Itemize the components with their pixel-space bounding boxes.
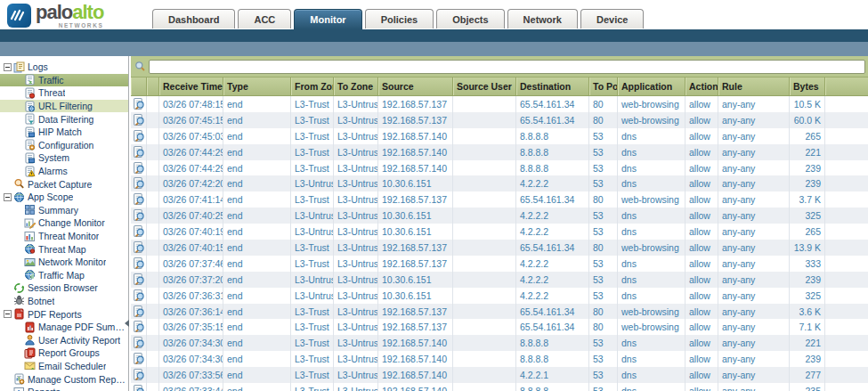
log-detail-magnifier-icon[interactable] (133, 241, 145, 254)
sidebar-item-email-scheduler[interactable]: Email Scheduler (0, 360, 128, 373)
sidebar-item-traffic-map[interactable]: Traffic Map (0, 269, 128, 282)
column-header-source-user[interactable]: Source User (453, 77, 516, 95)
sidebar-item-session-browser[interactable]: Session Browser (0, 281, 128, 295)
table-row[interactable]: 03/26 07:44:29endL3-TrustL3-Untrust192.1… (131, 160, 868, 176)
table-row[interactable]: 03/26 07:37:20endL3-UntrustL3-Untrust10.… (131, 272, 868, 288)
sidebar-item-network-monitor[interactable]: Network Monitor (0, 256, 128, 269)
table-row[interactable]: 03/26 07:36:14endL3-TrustL3-Untrust192.1… (131, 304, 868, 320)
column-header-to-port[interactable]: To Port (589, 77, 618, 95)
sidebar-item-traffic[interactable]: Traffic (0, 74, 128, 87)
sidebar-collapse-handle[interactable] (125, 320, 129, 327)
table-row[interactable]: 03/26 07:40:25endL3-UntrustL3-Untrust10.… (131, 208, 868, 224)
table-row[interactable]: 03/26 07:34:30endL3-TrustL3-Untrust192.1… (131, 351, 868, 367)
sidebar-item-manage-pdf-summary[interactable]: Manage PDF Summary (0, 321, 128, 334)
sidebar-item-user-activity-report[interactable]: User Activity Report (0, 333, 128, 346)
table-row[interactable]: 03/26 07:41:14endL3-TrustL3-Untrust192.1… (131, 191, 868, 208)
log-detail-magnifier-icon[interactable] (133, 321, 145, 333)
tab-monitor[interactable]: Monitor (294, 9, 361, 29)
column-header-from-zone[interactable]: From Zone (291, 77, 334, 95)
sidebar-item-app-scope[interactable]: App Scope (0, 191, 128, 204)
cell-source: 192.168.57.140 (378, 144, 453, 160)
sidebar-item-summary[interactable]: Summary (0, 204, 128, 217)
sidebar-item-label: Manage PDF Summary (38, 322, 128, 332)
log-detail-magnifier-icon[interactable] (133, 385, 145, 391)
sidebar-item-threat-map[interactable]: Threat Map (0, 242, 128, 256)
table-row[interactable]: 03/26 07:33:56endL3-TrustL3-Untrust192.1… (131, 367, 868, 383)
table-row[interactable]: 03/26 07:37:46endL3-TrustL3-Untrust192.1… (131, 256, 868, 272)
sidebar-item-botnet[interactable]: Botnet (0, 295, 128, 308)
log-filter-bar (131, 56, 868, 77)
tab-device[interactable]: Device (580, 9, 644, 29)
sidebar-item-report-groups[interactable]: Report Groups (0, 346, 128, 360)
table-row[interactable]: 03/26 07:35:15endL3-TrustL3-Untrust192.1… (131, 319, 868, 335)
table-row[interactable]: 03/26 07:44:29endL3-TrustL3-Untrust192.1… (131, 144, 868, 160)
log-detail-magnifier-icon[interactable] (133, 98, 145, 110)
tab-objects[interactable]: Objects (436, 9, 504, 29)
log-detail-magnifier-icon[interactable] (133, 289, 145, 302)
log-detail-magnifier-icon[interactable] (133, 209, 145, 222)
tab-dashboard[interactable]: Dashboard (152, 9, 235, 29)
table-row[interactable]: 03/26 07:48:15endL3-TrustL3-Untrust192.1… (131, 96, 868, 112)
table-row[interactable]: 03/26 07:40:15endL3-TrustL3-Untrust192.1… (131, 240, 868, 256)
log-detail-magnifier-icon[interactable] (133, 369, 145, 381)
log-detail-magnifier-icon[interactable] (133, 305, 145, 318)
sidebar-item-configuration[interactable]: Configuration (0, 139, 128, 152)
sidebar-item-data-filtering[interactable]: Data Filtering (0, 112, 128, 126)
table-row[interactable]: 03/26 07:33:44endL3-TrustL3-Untrust192.1… (131, 383, 868, 391)
log-detail-magnifier-icon[interactable] (133, 146, 145, 159)
tree-expander-icon[interactable] (4, 193, 12, 201)
table-row[interactable]: 03/26 07:34:30endL3-TrustL3-Untrust192.1… (131, 335, 868, 351)
sidebar-item-reports[interactable]: Reports (0, 386, 128, 391)
log-detail-magnifier-icon[interactable] (133, 162, 145, 175)
column-header-to-zone[interactable]: To Zone (334, 77, 378, 95)
log-detail-magnifier-icon[interactable] (133, 193, 145, 206)
cell-destination: 65.54.161.34 (516, 304, 589, 320)
sidebar-item-logs[interactable]: Logs (0, 61, 128, 74)
column-header-destination[interactable]: Destination (516, 77, 589, 95)
column-header-receive-time[interactable]: Receive Time (159, 77, 223, 95)
sidebar-item-manage-custom-reports[interactable]: Manage Custom Reports (0, 372, 128, 386)
sidebar-item-alarms[interactable]: Alarms (0, 165, 128, 178)
table-row[interactable]: 03/26 07:45:15endL3-TrustL3-Untrust192.1… (131, 112, 868, 128)
log-detail-magnifier-icon[interactable] (133, 273, 145, 286)
table-row[interactable]: 03/26 07:40:19endL3-UntrustL3-Untrust10.… (131, 224, 868, 240)
cell-type: end (223, 272, 291, 288)
log-detail-magnifier-icon[interactable] (133, 225, 145, 238)
tab-acc[interactable]: ACC (238, 9, 291, 29)
table-row[interactable]: 03/26 07:42:20endL3-UntrustL3-Untrust10.… (131, 175, 868, 191)
cell-application: dns (618, 128, 685, 144)
sidebar-item-system[interactable]: System (0, 151, 128, 165)
column-header-rule[interactable]: Rule (718, 77, 790, 95)
cell-application: dns (618, 160, 685, 176)
column-header-bytes[interactable]: Bytes (790, 77, 825, 95)
log-detail-magnifier-icon[interactable] (133, 337, 145, 349)
tree-expander-icon[interactable] (4, 63, 12, 71)
log-detail-magnifier-icon[interactable] (133, 177, 145, 190)
tree-expander-icon[interactable] (4, 310, 12, 318)
column-header-detail[interactable] (131, 77, 147, 95)
sidebar-item-hip-match[interactable]: HIP Match (0, 126, 128, 139)
sidebar-item-packet-capture[interactable]: Packet Capture (0, 177, 128, 191)
sidebar-item-pdf-reports[interactable]: PDF Reports (0, 307, 128, 321)
sidebar-item-threat[interactable]: Threat (0, 86, 128, 100)
table-row[interactable]: 03/26 07:36:31endL3-UntrustL3-Untrust10.… (131, 288, 868, 304)
tab-policies[interactable]: Policies (365, 9, 434, 29)
column-header-source[interactable]: Source (378, 77, 453, 95)
sidebar-item-label: PDF Reports (28, 309, 82, 320)
table-row[interactable]: 03/26 07:45:03endL3-TrustL3-Untrust192.1… (131, 128, 868, 144)
log-detail-magnifier-icon[interactable] (133, 114, 145, 126)
tab-network[interactable]: Network (507, 9, 578, 29)
column-header-spacer[interactable] (147, 77, 159, 95)
sidebar-item-url-filtering[interactable]: URL Filtering (0, 100, 128, 113)
sidebar-item-change-monitor[interactable]: Change Monitor (0, 216, 128, 230)
system-icon (24, 152, 36, 164)
sidebar-item-threat-monitor[interactable]: Threat Monitor (0, 230, 128, 243)
column-header-type[interactable]: Type (223, 77, 291, 95)
column-header-application[interactable]: Application (618, 77, 685, 95)
log-detail-magnifier-icon[interactable] (133, 257, 145, 270)
log-detail-magnifier-icon[interactable] (133, 130, 145, 143)
search-icon[interactable] (134, 61, 146, 72)
log-detail-magnifier-icon[interactable] (133, 353, 145, 365)
log-filter-input[interactable] (149, 60, 865, 74)
column-header-action[interactable]: Action (685, 77, 718, 95)
